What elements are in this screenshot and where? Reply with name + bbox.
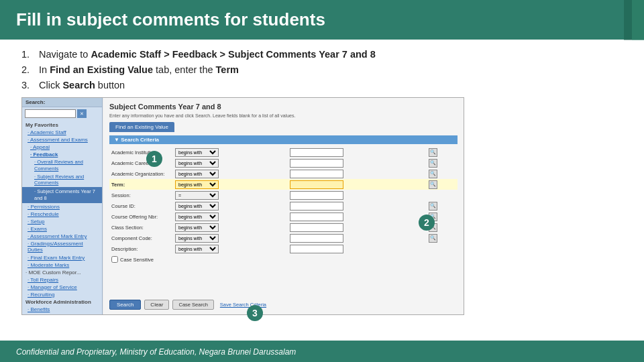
nav-item-overall-reviews[interactable]: · Overall Reviews and Comments	[22, 158, 102, 173]
field-label-component-code: Component Code:	[109, 233, 173, 243]
nav-item-feedback[interactable]: · Feedback	[22, 151, 102, 158]
operator-select-course-offering[interactable]: begins with	[175, 213, 219, 221]
instruction-item-1: 1. Navigate to Academic Staff > Feedback…	[21, 49, 623, 60]
lookup-btn-academic-institution[interactable]: 🔍	[429, 148, 437, 157]
field-operator-academic-institution[interactable]: begins with	[173, 147, 288, 158]
field-lookup-academic-career[interactable]: 🔍	[427, 158, 458, 168]
field-lookup-description-empty	[427, 243, 458, 254]
field-value-academic-organization[interactable]	[288, 168, 427, 179]
value-input-course-id[interactable]	[290, 202, 343, 210]
nav-item-academic-staff[interactable]: · Academic Staff	[22, 129, 102, 136]
nav-item-toll[interactable]: · Toll Repairs	[22, 276, 102, 284]
instruction-list: 1. Navigate to Academic Staff > Feedback…	[21, 49, 623, 90]
nav-item-compensation[interactable]: · Compensation	[22, 313, 102, 314]
nav-item-appeal[interactable]: · Appeal	[22, 143, 102, 151]
lookup-btn-component-code[interactable]: 🔍	[429, 234, 437, 243]
nav-item-permissions[interactable]: · Permissions	[22, 203, 102, 210]
search-button[interactable]: Search	[109, 300, 141, 310]
lookup-btn-academic-career[interactable]: 🔍	[429, 159, 437, 168]
field-value-academic-career[interactable]	[288, 158, 427, 168]
nav-item-moderate[interactable]: · Moderate Marks	[22, 261, 102, 269]
field-lookup-component-code[interactable]: 🔍	[427, 233, 458, 243]
value-input-term[interactable]	[290, 180, 343, 189]
field-label-session: Session:	[109, 190, 173, 200]
find-existing-tab[interactable]: Find an Existing Value	[109, 122, 174, 132]
search-criteria-header: ▼ Search Criteria	[109, 135, 458, 144]
field-lookup-academic-institution[interactable]: 🔍	[427, 147, 458, 158]
field-row-course-id: Course ID: begins with 🔍	[109, 200, 458, 211]
action-bar: Search Clear Case Search Save Search Cri…	[109, 300, 458, 310]
case-sensitive-checkbox[interactable]	[111, 256, 118, 263]
nav-item-subject-comments-highlighted[interactable]: · Subject Comments Year 7 and 8	[22, 187, 102, 203]
value-input-academic-institution[interactable]	[290, 148, 343, 157]
value-input-component-code[interactable]	[290, 234, 343, 243]
nav-section-moe: · MOE Custom Repor...	[22, 269, 102, 276]
field-value-academic-institution[interactable]	[288, 147, 427, 158]
operator-select-academic-career[interactable]: begins with	[175, 159, 219, 168]
operator-select-course-id[interactable]: begins with	[175, 202, 219, 210]
field-lookup-term[interactable]: 🔍	[427, 179, 458, 190]
field-operator-academic-career[interactable]: begins with	[173, 158, 288, 168]
field-value-course-id[interactable]	[288, 200, 427, 211]
clear-button[interactable]: Clear	[144, 300, 169, 310]
field-operator-academic-organization[interactable]: begins with	[173, 168, 288, 179]
nav-section-workforce: Workforce Administration	[22, 298, 102, 306]
operator-select-class-section[interactable]: begins with	[175, 223, 219, 232]
value-input-description[interactable]	[290, 245, 343, 253]
lookup-btn-term[interactable]: 🔍	[429, 180, 437, 189]
field-operator-description[interactable]: begins with	[173, 243, 288, 254]
field-value-component-code[interactable]	[288, 233, 427, 243]
value-input-academic-career[interactable]	[290, 159, 343, 168]
nav-search-clear-btn[interactable]: ✕	[77, 109, 87, 118]
value-input-course-offering[interactable]	[290, 213, 343, 221]
field-label-course-offering: Course Offering Nbr:	[109, 211, 173, 222]
footer-text: Confidential and Proprietary, Ministry o…	[16, 347, 296, 357]
field-row-session: Session: =	[109, 190, 458, 200]
nav-item-assessment[interactable]: · Assessment and Exams	[22, 136, 102, 143]
lookup-btn-course-id[interactable]: 🔍	[429, 202, 437, 210]
field-label-course-id: Course ID:	[109, 200, 173, 211]
nav-item-assessment-mark[interactable]: · Assessment Mark Entry	[22, 233, 102, 240]
field-value-description[interactable]	[288, 243, 427, 254]
content-panel-title: Subject Comments Year 7 and 8	[109, 103, 458, 111]
operator-select-academic-institution[interactable]: begins with	[175, 148, 219, 157]
nav-item-exams[interactable]: · Exams	[22, 225, 102, 233]
field-operator-term[interactable]: begins with	[173, 179, 288, 190]
field-value-course-offering[interactable]	[288, 211, 427, 222]
nav-item-benefits[interactable]: · Benefits	[22, 306, 102, 313]
value-input-class-section[interactable]	[290, 223, 343, 232]
nav-search-row[interactable]: ✕	[22, 107, 102, 120]
field-operator-course-id[interactable]: begins with	[173, 200, 288, 211]
header-accent-shapes	[590, 0, 644, 40]
field-operator-course-offering[interactable]: begins with	[173, 211, 288, 222]
nav-search-input[interactable]	[25, 109, 76, 118]
field-lookup-course-id[interactable]: 🔍	[427, 200, 458, 211]
case-sensitive-row: Case Sensitive	[109, 256, 458, 263]
operator-select-component-code[interactable]: begins with	[175, 234, 219, 243]
nav-item-final-exam[interactable]: · Final Exam Mark Entry	[22, 254, 102, 261]
nav-item-recruiting[interactable]: · Recruiting	[22, 291, 102, 298]
field-value-session[interactable]	[288, 190, 427, 200]
field-value-class-section[interactable]	[288, 222, 427, 233]
case-search-button[interactable]: Case Search	[172, 300, 213, 310]
value-input-academic-organization[interactable]	[290, 170, 343, 178]
nav-item-reschedule[interactable]: · Reschedule	[22, 210, 102, 218]
nav-item-gradings[interactable]: · Gradings/Assessment Duties	[22, 240, 102, 254]
field-row-term: Term: begins with 🔍	[109, 179, 458, 190]
field-operator-component-code[interactable]: begins with	[173, 233, 288, 243]
operator-select-term[interactable]: begins with	[175, 180, 219, 189]
lookup-btn-academic-organization[interactable]: 🔍	[429, 170, 437, 178]
value-input-session[interactable]	[290, 191, 343, 200]
nav-item-subject-reviews[interactable]: · Subject Reviews and Comments	[22, 173, 102, 188]
operator-select-academic-organization[interactable]: begins with	[175, 170, 219, 178]
field-row-academic-organization: Academic Organization: begins with 🔍	[109, 168, 458, 179]
header-title: Fill in subject comments for students	[16, 9, 325, 30]
nav-item-setup[interactable]: · Setup	[22, 218, 102, 225]
nav-item-manager[interactable]: · Manager of Service	[22, 284, 102, 291]
field-lookup-academic-organization[interactable]: 🔍	[427, 168, 458, 179]
field-operator-class-section[interactable]: begins with	[173, 222, 288, 233]
operator-select-description[interactable]: begins with	[175, 245, 219, 253]
field-value-term[interactable]	[288, 179, 427, 190]
field-operator-session[interactable]: =	[173, 190, 288, 200]
operator-select-session[interactable]: =	[175, 191, 219, 200]
